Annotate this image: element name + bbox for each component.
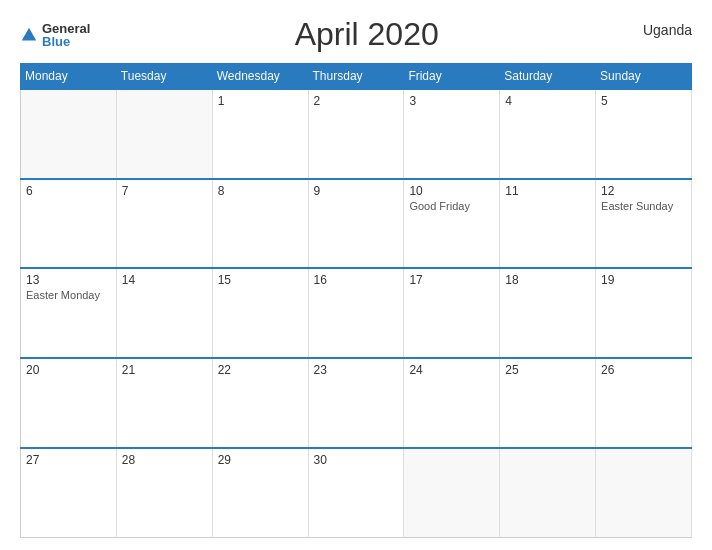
day-number: 29 — [218, 453, 303, 467]
holiday-label: Good Friday — [409, 200, 494, 212]
day-number: 22 — [218, 363, 303, 377]
calendar-cell: 1 — [212, 89, 308, 179]
logo-general: General — [42, 22, 90, 35]
logo-words: General Blue — [42, 22, 90, 48]
day-number: 26 — [601, 363, 686, 377]
calendar-cell: 4 — [500, 89, 596, 179]
svg-marker-0 — [22, 27, 36, 40]
calendar-cell: 28 — [116, 448, 212, 538]
calendar-table: Monday Tuesday Wednesday Thursday Friday… — [20, 63, 692, 538]
calendar-cell: 29 — [212, 448, 308, 538]
day-number: 23 — [314, 363, 399, 377]
day-number: 16 — [314, 273, 399, 287]
calendar-cell: 6 — [21, 179, 117, 269]
calendar-cell: 5 — [596, 89, 692, 179]
day-number: 3 — [409, 94, 494, 108]
day-number: 25 — [505, 363, 590, 377]
calendar-week-row: 20212223242526 — [21, 358, 692, 448]
day-number: 28 — [122, 453, 207, 467]
day-number: 2 — [314, 94, 399, 108]
col-thursday: Thursday — [308, 64, 404, 90]
calendar-week-row: 27282930 — [21, 448, 692, 538]
day-number: 7 — [122, 184, 207, 198]
calendar-cell: 10Good Friday — [404, 179, 500, 269]
calendar-cell: 7 — [116, 179, 212, 269]
calendar-cell — [500, 448, 596, 538]
calendar-cell: 12Easter Sunday — [596, 179, 692, 269]
logo-blue: Blue — [42, 35, 90, 48]
day-number: 6 — [26, 184, 111, 198]
calendar-cell — [596, 448, 692, 538]
day-number: 1 — [218, 94, 303, 108]
calendar-week-row: 12345 — [21, 89, 692, 179]
calendar-cell — [116, 89, 212, 179]
calendar-body: 12345678910Good Friday1112Easter Sunday1… — [21, 89, 692, 538]
day-header-row: Monday Tuesday Wednesday Thursday Friday… — [21, 64, 692, 90]
day-number: 27 — [26, 453, 111, 467]
col-wednesday: Wednesday — [212, 64, 308, 90]
calendar-cell: 19 — [596, 268, 692, 358]
day-number: 20 — [26, 363, 111, 377]
day-number: 30 — [314, 453, 399, 467]
calendar-cell: 26 — [596, 358, 692, 448]
calendar-cell: 27 — [21, 448, 117, 538]
col-tuesday: Tuesday — [116, 64, 212, 90]
calendar-header: Monday Tuesday Wednesday Thursday Friday… — [21, 64, 692, 90]
calendar-cell: 24 — [404, 358, 500, 448]
day-number: 19 — [601, 273, 686, 287]
calendar-cell: 9 — [308, 179, 404, 269]
calendar-cell: 20 — [21, 358, 117, 448]
col-saturday: Saturday — [500, 64, 596, 90]
calendar-week-row: 678910Good Friday1112Easter Sunday — [21, 179, 692, 269]
calendar-cell — [404, 448, 500, 538]
day-number: 13 — [26, 273, 111, 287]
calendar-cell: 2 — [308, 89, 404, 179]
day-number: 18 — [505, 273, 590, 287]
day-number: 17 — [409, 273, 494, 287]
col-sunday: Sunday — [596, 64, 692, 90]
calendar-cell: 17 — [404, 268, 500, 358]
holiday-label: Easter Sunday — [601, 200, 686, 212]
header: General Blue April 2020 Uganda — [20, 16, 692, 53]
calendar-cell — [21, 89, 117, 179]
calendar-cell: 16 — [308, 268, 404, 358]
col-friday: Friday — [404, 64, 500, 90]
holiday-label: Easter Monday — [26, 289, 111, 301]
calendar-cell: 18 — [500, 268, 596, 358]
day-number: 11 — [505, 184, 590, 198]
day-number: 10 — [409, 184, 494, 198]
col-monday: Monday — [21, 64, 117, 90]
calendar-week-row: 13Easter Monday141516171819 — [21, 268, 692, 358]
logo-icon — [20, 26, 38, 44]
calendar-cell: 15 — [212, 268, 308, 358]
country-label: Uganda — [643, 16, 692, 38]
calendar-cell: 23 — [308, 358, 404, 448]
day-number: 14 — [122, 273, 207, 287]
calendar-cell: 8 — [212, 179, 308, 269]
calendar-cell: 25 — [500, 358, 596, 448]
calendar-cell: 3 — [404, 89, 500, 179]
calendar-title: April 2020 — [90, 16, 643, 53]
logo: General Blue — [20, 22, 90, 48]
day-number: 21 — [122, 363, 207, 377]
calendar-cell: 13Easter Monday — [21, 268, 117, 358]
day-number: 8 — [218, 184, 303, 198]
day-number: 12 — [601, 184, 686, 198]
calendar-cell: 30 — [308, 448, 404, 538]
calendar-cell: 11 — [500, 179, 596, 269]
day-number: 15 — [218, 273, 303, 287]
calendar-cell: 14 — [116, 268, 212, 358]
day-number: 5 — [601, 94, 686, 108]
page: General Blue April 2020 Uganda Monday Tu… — [0, 0, 712, 550]
calendar-cell: 22 — [212, 358, 308, 448]
day-number: 4 — [505, 94, 590, 108]
calendar-cell: 21 — [116, 358, 212, 448]
day-number: 24 — [409, 363, 494, 377]
day-number: 9 — [314, 184, 399, 198]
